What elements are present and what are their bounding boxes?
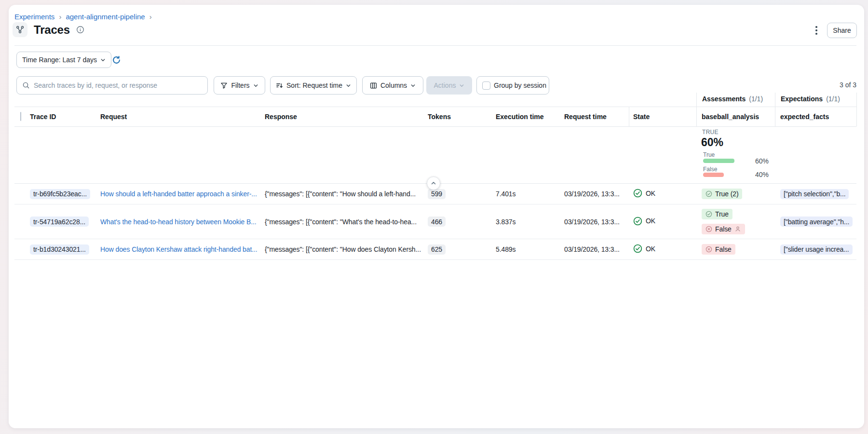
breadcrumb-experiments-link[interactable]: Experiments [14, 13, 54, 21]
trace-id-badge[interactable]: tr-b69fc5b23eac... [30, 189, 90, 199]
assessment-pill-true[interactable]: True (2) [702, 189, 742, 199]
columns-button[interactable]: Columns [362, 76, 423, 95]
column-separator [856, 93, 857, 126]
assessment-pill-false[interactable]: False [702, 224, 745, 234]
execution-time-cell: 5.489s [496, 245, 564, 253]
trace-id-cell: tr-b69fc5b23eac... [30, 189, 100, 199]
page-title: Traces [34, 23, 70, 37]
col-header-execution-time[interactable]: Execution time [496, 113, 564, 121]
time-range-label: Time Range: Last 7 days [22, 56, 97, 64]
assessment-value: True [715, 210, 729, 218]
chevron-down-icon [459, 83, 464, 88]
col-header-baseball-analysis[interactable]: baseball_analysis [696, 113, 775, 121]
x-circle-icon [705, 226, 712, 232]
chevron-up-icon [431, 180, 436, 186]
col-header-state[interactable]: State [633, 113, 696, 121]
assessment-value: False [715, 245, 732, 253]
share-button[interactable]: Share [827, 23, 857, 38]
sort-icon [276, 82, 283, 89]
distribution-true-value: 60% [755, 157, 769, 165]
breadcrumb-experiment-link[interactable]: agent-alignment-pipeline [66, 13, 145, 21]
select-all-checkbox[interactable] [20, 112, 21, 121]
group-by-session-checkbox[interactable] [482, 81, 490, 90]
execution-time-cell: 7.401s [496, 190, 564, 198]
tokens-badge: 599 [428, 189, 446, 199]
col-header-trace-id[interactable]: Trace ID [30, 113, 100, 121]
assessment-value: False [715, 225, 732, 233]
page-header: Traces [13, 22, 84, 37]
search-input[interactable] [34, 81, 202, 89]
col-header-request-time[interactable]: Request time [564, 113, 633, 121]
expected-facts-badge: ["slider usage increa... [780, 244, 853, 255]
trace-id-cell: tr-b1d30243021... [30, 244, 100, 255]
filters-label: Filters [231, 81, 249, 89]
tokens-cell: 599 [428, 189, 496, 199]
group-by-session-toggle[interactable]: Group by session [476, 76, 549, 95]
expected-facts-cell: ["slider usage increa... [775, 244, 856, 255]
refresh-icon[interactable] [111, 54, 122, 65]
collapse-summary-button[interactable] [427, 176, 440, 190]
assessments-group-header: Assessments (1/1) [702, 95, 763, 103]
assessments-group-count: (1/1) [749, 95, 763, 103]
table-body: tr-b69fc5b23eac...How should a left-hand… [14, 183, 856, 260]
check-circle-icon [633, 189, 642, 198]
group-by-session-label: Group by session [494, 81, 546, 89]
expected-facts-badge: ["batting average","h... [780, 217, 853, 227]
expected-facts-cell: ["pitch selection","b... [775, 189, 856, 199]
response-cell: {"messages": [{"content": "How should a … [265, 190, 428, 198]
request-cell: How does Clayton Kershaw attack right-ha… [100, 245, 265, 253]
expected-facts-badge: ["pitch selection","b... [780, 189, 849, 199]
response-cell: {"messages": [{"content": "How does Clay… [265, 245, 428, 253]
request-cell: What's the head-to-head history between … [100, 218, 265, 226]
tokens-badge: 625 [428, 244, 446, 255]
distribution-false-value: 40% [755, 171, 769, 178]
col-header-expected-facts[interactable]: expected_facts [775, 113, 856, 121]
tokens-cell: 625 [428, 244, 496, 255]
info-icon[interactable] [76, 26, 84, 34]
filter-icon [220, 82, 228, 89]
summary-metric-label: TRUE [702, 129, 719, 136]
col-header-tokens[interactable]: Tokens [428, 113, 496, 121]
overflow-menu-button[interactable] [810, 24, 823, 37]
col-header-request[interactable]: Request [100, 113, 265, 121]
state-cell: OK [633, 244, 696, 255]
state-badge: OK [633, 244, 655, 253]
chevron-down-icon [100, 57, 106, 63]
assessment-cell: TrueFalse [696, 204, 775, 239]
result-count: 3 of 3 [772, 81, 856, 89]
sort-button[interactable]: Sort: Request time [270, 76, 357, 95]
filters-button[interactable]: Filters [214, 76, 265, 95]
distribution-false-label: False [703, 166, 717, 173]
assessment-pill-false[interactable]: False [702, 244, 735, 255]
select-all-cell [20, 112, 30, 121]
response-cell: {"messages": [{"content": "What's the he… [265, 218, 428, 226]
assessments-group-label: Assessments [702, 95, 746, 103]
expected-facts-cell: ["batting average","h... [775, 217, 856, 227]
chevron-down-icon [410, 83, 416, 88]
request-link[interactable]: What's the head-to-head history between … [100, 218, 257, 226]
table-row[interactable]: tr-54719a62c28...What's the head-to-head… [14, 204, 856, 239]
distribution-false-bar [703, 173, 755, 177]
state-badge: OK [633, 217, 655, 226]
chevron-down-icon [346, 83, 351, 88]
state-badge: OK [633, 189, 655, 198]
summary-metric-value: 60% [701, 136, 723, 149]
col-header-response[interactable]: Response [265, 113, 428, 121]
response-preview: {"messages": [{"content": "What's the he… [265, 218, 417, 226]
request-link[interactable]: How does Clayton Kershaw attack right-ha… [100, 245, 258, 253]
traces-icon [13, 22, 27, 37]
assessment-cell: True (2) [696, 184, 775, 204]
request-time-cell: 03/19/2026, 13:3... [564, 245, 633, 253]
table-row[interactable]: tr-b1d30243021...How does Clayton Kersha… [14, 239, 856, 260]
trace-id-badge[interactable]: tr-b1d30243021... [30, 244, 89, 255]
chevron-right-icon: › [149, 13, 152, 21]
trace-id-badge[interactable]: tr-54719a62c28... [30, 217, 89, 227]
expectations-group-header: Expectations (1/1) [781, 95, 840, 103]
assessment-pill-true[interactable]: True [702, 209, 732, 219]
distribution-true-bar [703, 159, 755, 163]
state-label: OK [646, 190, 655, 197]
time-range-dropdown[interactable]: Time Range: Last 7 days [16, 52, 111, 68]
actions-button-disabled: Actions [426, 76, 472, 95]
request-time-cell: 03/19/2026, 13:3... [564, 218, 633, 226]
request-link[interactable]: How should a left-handed batter approach… [100, 190, 257, 198]
